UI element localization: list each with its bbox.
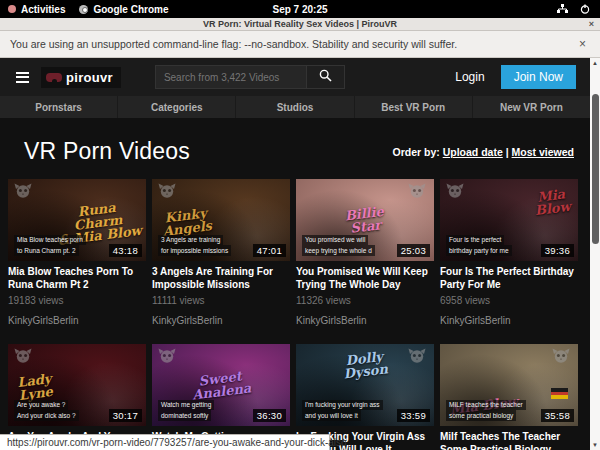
thumbnail-caption-line1: Watch me getting (158, 400, 214, 411)
thumbnail-caption-line2: And your dick also ? (14, 410, 79, 421)
studio-link[interactable]: KinkyGirlsBerlin (440, 315, 578, 326)
nav-item-studios[interactable]: Studios (236, 96, 354, 118)
video-grid: Runa Charm & Mia Blow Mia Blow teaches p… (0, 165, 590, 450)
thumbnail-caption-line1: You promised we will (302, 235, 368, 246)
status-bar: https://pirouvr.com/vr-porn-video/779325… (0, 434, 330, 450)
chrome-taskbar-item[interactable]: Google Chrome (79, 4, 168, 15)
thumbnail-caption-line2: and you will love it (302, 410, 361, 421)
thumbnail-caption-line1: MILF teaches the teacher (446, 400, 526, 411)
order-by-label: Order by: (393, 146, 440, 158)
studio-watermark-icon (14, 348, 32, 368)
video-title-link[interactable]: You Promised We Will Keep Trying The Who… (296, 266, 434, 291)
main-nav: Pornstars Categories Studios Best VR Por… (0, 96, 590, 118)
nav-item-best-vr-porn[interactable]: Best VR Porn (355, 96, 473, 118)
video-thumbnail[interactable]: Runa Charm & Mia Blow Mia Blow teaches p… (8, 179, 146, 261)
desktop-top-bar: Activities Google Chrome Sep 7 20:25 (0, 0, 600, 18)
video-card: Mia Blow MILF teaches the teacher some p… (440, 344, 578, 450)
thumbnail-caption: 3 Angels are training for impossible mis… (158, 235, 231, 257)
page-title: VR Porn Videos (24, 138, 190, 165)
video-thumbnail[interactable]: Kinky Angels 3 Angels are training for i… (152, 179, 290, 261)
thumbnail-caption-line1: 3 Angels are training (158, 235, 223, 246)
duration-badge: 43:18 (109, 244, 142, 257)
login-link[interactable]: Login (449, 66, 490, 88)
video-thumbnail[interactable]: Mia Blow MILF teaches the teacher some p… (440, 344, 578, 426)
flag-icon (551, 388, 568, 399)
menu-button[interactable] (14, 68, 31, 87)
video-thumbnail[interactable]: Billie Star You promised we will keep tr… (296, 179, 434, 261)
search-bar (155, 65, 345, 89)
order-by-upload-date-link[interactable]: Upload date (443, 146, 503, 158)
thumbnail-caption-line2: to Runa Charm pt. 2 (14, 245, 79, 256)
video-title-link[interactable]: Four Is The Perfect Birthday Party For M… (440, 266, 578, 291)
search-button[interactable] (307, 65, 345, 89)
page-viewport: pirouvr Login Join Now Pornstars Categor… (0, 58, 590, 450)
duration-badge: 33:59 (397, 409, 430, 422)
site-logo-text: pirouvr (66, 70, 113, 85)
chrome-warning-bar: You are using an unsupported command-lin… (0, 31, 600, 58)
search-icon (319, 68, 332, 86)
thumbnail-caption-line2: some practical biology (446, 410, 516, 421)
thumbnail-caption: Are you awake ? And your dick also ? (14, 400, 79, 422)
thumbnail-caption: Four is the perfect birthday party for m… (446, 235, 512, 257)
activities-button[interactable]: Activities (8, 4, 65, 15)
scrollbar-down-arrow-icon[interactable]: ▼ (590, 440, 600, 450)
thumbnail-caption-line2: for impossible missions (158, 245, 231, 256)
studio-watermark-icon (158, 348, 176, 368)
activities-label: Activities (21, 4, 65, 15)
video-title-link[interactable]: 3 Angels Are Training For Impossible Mis… (152, 266, 290, 291)
duration-badge: 47:01 (253, 244, 286, 257)
thumbnail-caption: I'm fucking your virgin ass and you will… (302, 400, 383, 422)
notification-dot-icon (8, 5, 16, 13)
video-title-link[interactable]: Mia Blow Teaches Porn To Runa Charm Pt 2 (8, 266, 146, 291)
studio-link[interactable]: KinkyGirlsBerlin (152, 315, 290, 326)
scrollbar-thumb[interactable] (592, 94, 599, 244)
duration-badge: 39:36 (541, 244, 574, 257)
thumbnail-caption-line1: Are you awake ? (14, 400, 68, 411)
join-now-button[interactable]: Join Now (501, 65, 576, 89)
studio-link[interactable]: KinkyGirlsBerlin (8, 315, 146, 326)
power-icon[interactable] (580, 4, 590, 14)
browser-scrollbar[interactable]: ▲ ▼ (590, 58, 600, 450)
vr-headset-icon (46, 73, 62, 82)
video-card: Kinky Angels 3 Angels are training for i… (152, 179, 290, 326)
warning-close-icon[interactable]: × (579, 37, 590, 51)
video-thumbnail[interactable]: Dolly Dyson I'm fucking your virgin ass … (296, 344, 434, 426)
studio-watermark-icon (158, 183, 176, 203)
duration-badge: 35:58 (541, 409, 574, 422)
chrome-taskbar-label: Google Chrome (93, 4, 168, 15)
network-icon[interactable] (557, 4, 568, 14)
video-card: Mia Blow Four is the perfect birthday pa… (440, 179, 578, 326)
thumbnail-caption-line1: I'm fucking your virgin ass (302, 400, 383, 411)
scrollbar-up-arrow-icon[interactable]: ▲ (590, 58, 600, 68)
thumbnail-caption: You promised we will keep trying the who… (302, 235, 375, 257)
video-title-link[interactable]: Milf Teaches The Teacher Some Practical … (440, 431, 578, 450)
nav-item-pornstars[interactable]: Pornstars (0, 96, 118, 118)
thumbnail-caption-line1: Mia Blow teaches porn (14, 235, 86, 246)
thumbnail-caption: MILF teaches the teacher some practical … (446, 400, 526, 422)
thumbnail-caption-line1: Four is the perfect (446, 235, 504, 246)
thumbnail-title-overlay: Mia Blow (533, 187, 572, 217)
site-logo[interactable]: pirouvr (41, 67, 121, 88)
tab-close-icon[interactable]: × (589, 19, 594, 29)
site-header: pirouvr Login Join Now (0, 58, 590, 96)
duration-badge: 30:17 (109, 409, 142, 422)
video-card: Billie Star You promised we will keep tr… (296, 179, 434, 326)
thumbnail-caption-line2: birthday party for me (446, 245, 512, 256)
thumbnail-title-overlay: Lady Lyne (17, 372, 54, 402)
studio-link[interactable]: KinkyGirlsBerlin (296, 315, 434, 326)
browser-tab[interactable]: VR Porn: Virtual Reality Sex Videos | Pi… (0, 18, 600, 31)
studio-watermark-icon (446, 183, 464, 203)
video-thumbnail[interactable]: Mia Blow Four is the perfect birthday pa… (440, 179, 578, 261)
search-input[interactable] (155, 65, 307, 89)
view-count: 19183 views (8, 295, 146, 306)
thumbnail-caption-line2: dominated softly (158, 410, 211, 421)
order-by-controls: Order by: Upload date | Most viewed (393, 146, 575, 158)
video-thumbnail[interactable]: Sweet Analena Watch me getting dominated… (152, 344, 290, 426)
order-by-most-viewed-link[interactable]: Most viewed (512, 146, 574, 158)
thumbnail-caption: Watch me getting dominated softly (158, 400, 214, 422)
video-thumbnail[interactable]: Lady Lyne Are you awake ? And your dick … (8, 344, 146, 426)
nav-item-new-vr-porn[interactable]: New VR Porn (473, 96, 590, 118)
duration-badge: 25:03 (397, 244, 430, 257)
studio-watermark-icon (552, 348, 570, 368)
nav-item-categories[interactable]: Categories (118, 96, 236, 118)
